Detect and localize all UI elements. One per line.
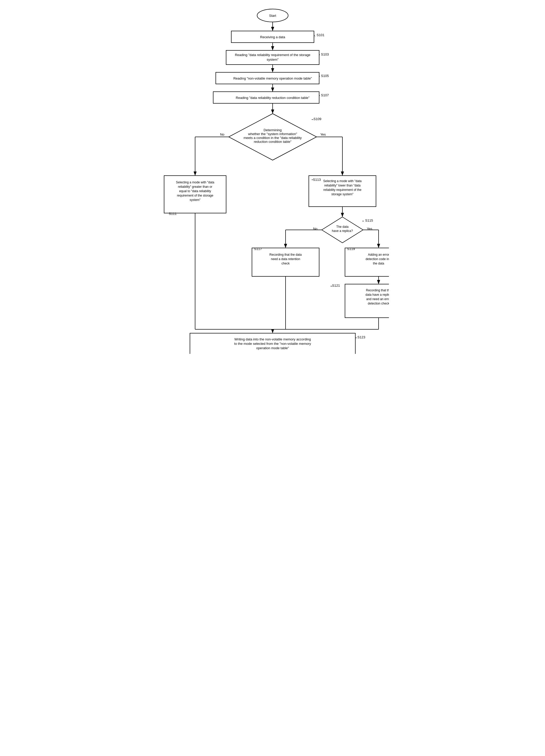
s111-label-3: equal to "data reliability	[179, 189, 211, 193]
s109-label-2: whether the "system information"	[248, 132, 297, 136]
s117-label-2: need a data retention	[271, 257, 300, 261]
no-label-s109: No	[220, 133, 224, 136]
s117-label-3: check	[282, 262, 290, 265]
s115-id: S115	[365, 219, 373, 222]
s123-id: S123	[358, 335, 365, 339]
s113-label-2: reliability" lower than "data	[324, 184, 361, 187]
s101-id: S101	[317, 33, 324, 37]
flowchart-container: Start Receiving a data S101 Reading "dat…	[156, 5, 389, 355]
s109-label-4: reduction condition table"	[254, 140, 292, 144]
s117-id: S117	[254, 247, 262, 251]
s109-label-3: meets a condition in the "data reliabili…	[243, 136, 302, 140]
s111-label-2: reliability" greater than or	[178, 185, 212, 189]
s115-label-1: The data	[336, 225, 349, 229]
s105-id: S105	[321, 74, 329, 78]
s117-label-1: Recording that the data	[269, 253, 302, 256]
s101-label: Receiving a data	[260, 35, 285, 39]
s103-label-1: Reading "data reliability requirement of…	[234, 53, 310, 57]
s107-id: S107	[321, 93, 329, 97]
s123-label-1: Writing data into the non-volatile memor…	[234, 337, 311, 341]
s113-label-4: storage system"	[331, 192, 354, 196]
s109-id: S109	[314, 117, 321, 121]
s103-id: S103	[321, 52, 329, 56]
yes-label-s109: Yes	[320, 133, 326, 136]
s121-label-4: detection check	[368, 302, 389, 305]
s121-label-1: Recording that the	[366, 289, 389, 292]
s119-label-3: the data	[373, 262, 384, 265]
s119-label-1: Adding an error	[368, 253, 389, 256]
s115-label-2: have a replica?	[332, 229, 353, 233]
s113-label-1: Selecting a mode with "data	[323, 179, 362, 183]
s119-id: S119	[347, 247, 355, 251]
s121-label-2: data have a replica	[366, 293, 389, 297]
s121-label-3: and need an error	[366, 297, 389, 301]
s113-id: S113	[313, 178, 321, 182]
s111-id: S111	[169, 212, 176, 216]
start-label: Start	[269, 14, 276, 18]
s113-label-3: reliability requirement of the	[323, 188, 362, 192]
s107-label: Reading "data reliability reduction cond…	[236, 96, 310, 100]
s111-label-4: requirement of the storage	[177, 194, 213, 197]
s121-id: S121	[332, 284, 340, 287]
s123-label-2: to the mode selected from the "non-volat…	[234, 342, 311, 346]
s111-label-1: Selecting a mode with "data	[176, 181, 214, 184]
s103-label-2: system"	[267, 58, 279, 61]
s105-label: Reading "non-volatile memory operation m…	[233, 76, 312, 80]
s119-label-2: detection code into	[366, 257, 389, 261]
s109-label-1: Determining	[263, 128, 282, 132]
s123-label-3: operation mode table"	[256, 346, 289, 350]
s111-label-5: system"	[189, 198, 200, 202]
